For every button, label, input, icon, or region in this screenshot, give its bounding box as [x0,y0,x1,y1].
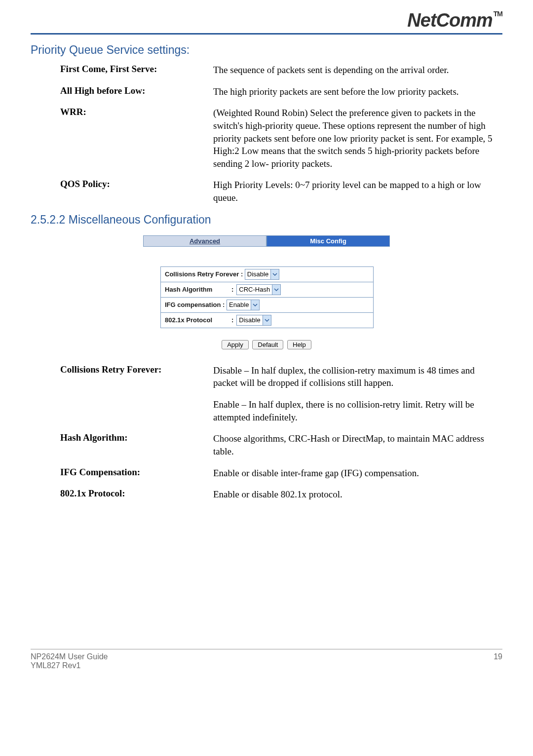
misc-definitions: Collisions Retry Forever: Disable – In h… [60,364,502,501]
chevron-down-icon [263,315,271,325]
tab-misc-config[interactable]: Misc Config [266,235,390,247]
desc-hash: Choose algorithms, CRC-Hash or DirectMap… [213,432,502,457]
brand-text: NetComm [407,10,492,31]
desc-crf-enable: Enable – In half duplex, there is no col… [213,398,502,423]
term-fcfs: First Come, First Serve: [60,64,213,76]
def-qos: QOS Policy: High Priority Levels: 0~7 pr… [60,179,502,204]
tab-bar: Advanced Misc Config [143,235,390,247]
brand-logo: NetCommTM [407,10,502,31]
label-hash: Hash Algorithm [165,286,231,293]
def-crf-enable: Enable – In half duplex, there is no col… [60,398,502,423]
chevron-down-icon [272,285,280,295]
page-number: 19 [494,652,502,670]
dropdown-value-crf: Disable [247,270,268,278]
chevron-down-icon [251,300,259,310]
help-button[interactable]: Help [287,340,311,349]
term-allhigh: All High before Low: [60,85,213,98]
desc-dot1x: Enable or disable 802.1x protocol. [213,488,502,501]
label-collisions-retry: Collisions Retry Forever : [165,270,243,278]
dropdown-collisions-retry[interactable]: Disable [245,269,279,280]
term-crf: Collisions Retry Forever: [60,364,213,389]
def-crf-disable: Collisions Retry Forever: Disable – In h… [60,364,502,389]
button-row: Apply Default Help [143,340,390,349]
section-priority-queue-title: Priority Queue Service settings: [31,43,502,57]
misc-config-ui: Advanced Misc Config Collisions Retry Fo… [143,235,390,349]
def-wrr: WRR: (Weighted Round Robin) Select the p… [60,107,502,170]
desc-crf-disable: Disable – In half duplex, the collision-… [213,364,502,389]
priority-queue-definitions: First Come, First Serve: The sequence of… [60,64,502,204]
label-ifg: IFG compensation : [165,301,225,308]
desc-qos: High Priority Levels: 0~7 priority level… [213,179,502,204]
dropdown-dot1x[interactable]: Disable [236,315,271,326]
footer-rev: YML827 Rev1 [31,661,108,670]
term-wrr: WRR: [60,107,213,170]
row-dot1x: 802.1x Protocol: Disable [161,313,373,328]
dropdown-hash[interactable]: CRC-Hash [236,284,281,295]
term-hash: Hash Algorithm: [60,432,213,457]
section-misc-title: 2.5.2.2 Miscellaneous Configuration [31,213,502,227]
config-panel: Collisions Retry Forever : Disable Hash … [160,266,374,328]
dropdown-value-ifg: Enable [229,301,249,308]
desc-ifg: Enable or disable inter-frame gap (IFG) … [213,467,502,480]
colon: : [231,316,233,324]
term-dot1x: 802.1x Protocol: [60,488,213,501]
tab-advanced[interactable]: Advanced [143,235,266,247]
desc-wrr: (Weighted Round Robin) Select the prefer… [213,107,502,170]
apply-button[interactable]: Apply [222,340,249,349]
row-hash-algorithm: Hash Algorithm: CRC-Hash [161,282,373,298]
trademark: TM [494,10,502,18]
def-hash: Hash Algorithm: Choose algorithms, CRC-H… [60,432,502,457]
row-collisions-retry: Collisions Retry Forever : Disable [161,267,373,282]
term-ifg: IFG Compensation: [60,467,213,480]
row-ifg: IFG compensation : Enable [161,298,373,313]
page-header: NetCommTM [31,10,502,35]
term-qos: QOS Policy: [60,179,213,204]
chevron-down-icon [270,269,279,279]
page-footer: NP2624M User Guide YML827 Rev1 19 [31,649,502,670]
def-ifg: IFG Compensation: Enable or disable inte… [60,467,502,480]
def-fcfs: First Come, First Serve: The sequence of… [60,64,502,76]
dropdown-value-hash: CRC-Hash [239,286,270,293]
def-allhigh: All High before Low: The high priority p… [60,85,502,98]
footer-left: NP2624M User Guide YML827 Rev1 [31,652,108,670]
colon: : [231,286,233,293]
dropdown-value-dot1x: Disable [239,316,260,324]
label-dot1x: 802.1x Protocol [165,316,231,324]
desc-fcfs: The sequence of packets sent is dependin… [213,64,502,76]
desc-allhigh: The high priority packets are sent befor… [213,85,502,98]
default-button[interactable]: Default [252,340,283,349]
term-empty [60,398,213,423]
footer-guide: NP2624M User Guide [31,652,108,661]
dropdown-ifg[interactable]: Enable [227,300,260,310]
def-dot1x: 802.1x Protocol: Enable or disable 802.1… [60,488,502,501]
